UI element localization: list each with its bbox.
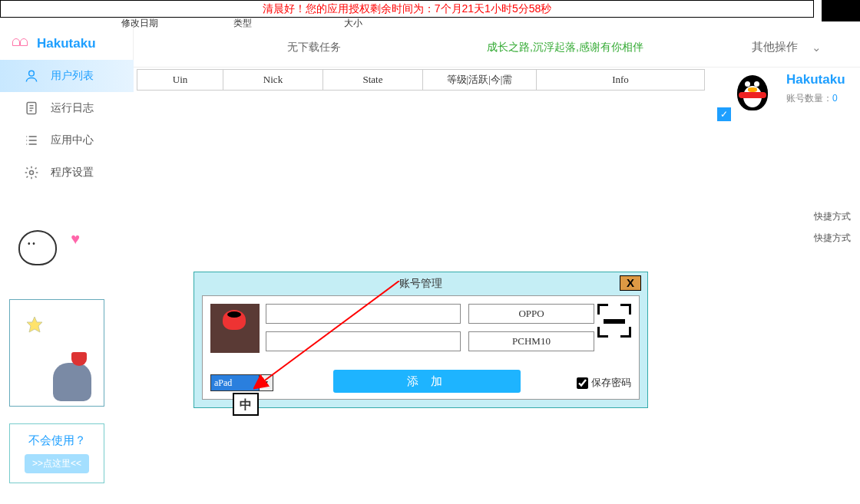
list-icon [23, 132, 40, 149]
nav-label: 运行日志 [51, 101, 94, 115]
save-password-checkbox[interactable]: 保存密码 [577, 376, 631, 390]
account-count: 账号数量：0 [786, 92, 838, 105]
th-uin: Uin [137, 70, 223, 90]
device-select[interactable]: aPad ▾ [210, 374, 273, 391]
right-panel: ✓ Hakutaku 账号数量：0 快捷方式 快捷方式 [729, 68, 860, 118]
account-input[interactable] [266, 304, 461, 324]
check-badge-icon: ✓ [717, 107, 731, 121]
modal-title: 账号管理 [194, 277, 647, 291]
save-pw-input[interactable] [577, 377, 588, 389]
model-field[interactable]: PCHM10 [468, 331, 594, 351]
user-icon [23, 68, 40, 84]
svg-point-11 [30, 171, 34, 175]
nav-settings[interactable]: 程序设置 [0, 156, 134, 189]
dropdown-arrow-icon: ▾ [259, 375, 273, 390]
account-modal: 账号管理 X OPPO PCHM10 aPad ▾ 添 加 保存密码 [194, 272, 648, 408]
brand-icon [12, 38, 28, 49]
th-misc: 等级|活跃|今|需 [423, 70, 537, 90]
help-button[interactable]: >>点这里<< [25, 454, 89, 473]
modal-body: OPPO PCHM10 aPad ▾ 添 加 保存密码 [202, 295, 640, 400]
emoji-decoration: ♥ [18, 230, 88, 276]
decoration-box [9, 299, 104, 407]
close-button[interactable]: X [620, 275, 641, 291]
star-icon [25, 315, 44, 334]
svg-point-0 [29, 71, 35, 76]
add-button[interactable]: 添 加 [333, 370, 521, 393]
avatar-image [210, 304, 260, 353]
heart-icon: ♥ [71, 230, 80, 248]
brand-field[interactable]: OPPO [468, 304, 594, 324]
penguin-avatar: ✓ [729, 68, 780, 118]
brand-row: Hakutaku [0, 28, 134, 60]
download-status: 无下载任务 [287, 41, 341, 54]
help-box: 不会使用？ >>点这里<< [9, 423, 104, 483]
help-question: 不会使用？ [10, 433, 104, 448]
brand-text: Hakutaku [37, 36, 96, 51]
nav-users[interactable]: 用户列表 [0, 60, 134, 92]
auth-banner: 清晨好！您的应用授权剩余时间为：7个月21天1小时5分58秒 [0, 0, 814, 18]
nav-label: 程序设置 [51, 166, 94, 180]
nav-apps[interactable]: 应用中心 [0, 124, 134, 156]
shortcut-list: 快捷方式 快捷方式 [814, 206, 860, 249]
panel-title: Hakutaku [786, 72, 845, 87]
main-header: 无下载任务 成长之路,沉浮起落,感谢有你相伴 其他操作 ⌄ [134, 28, 860, 68]
gear-icon [23, 164, 40, 181]
password-input[interactable] [266, 331, 461, 351]
cat-icon [53, 363, 91, 401]
nav-logs[interactable]: 运行日志 [0, 92, 134, 124]
th-state: State [323, 70, 423, 90]
sidebar: Hakutaku 用户列表 运行日志 应用中心 程序设置 [0, 28, 134, 189]
ime-indicator: 中 [233, 393, 259, 416]
th-info: Info [537, 70, 704, 90]
chevron-down-icon: ⌄ [812, 41, 822, 54]
qr-scan-icon[interactable] [597, 304, 631, 338]
motto-text: 成长之路,沉浮起落,感谢有你相伴 [487, 41, 643, 54]
bg-column-headers: 修改日期 类型 大小 [0, 17, 829, 28]
nav-label: 应用中心 [51, 133, 94, 147]
svg-marker-12 [27, 317, 42, 332]
log-icon [23, 100, 40, 117]
other-ops-menu[interactable]: 其他操作 ⌄ [752, 40, 822, 54]
nav-label: 用户列表 [51, 69, 94, 83]
th-nick: Nick [223, 70, 323, 90]
table-header: Uin Nick State 等级|活跃|今|需 Info [137, 69, 705, 91]
